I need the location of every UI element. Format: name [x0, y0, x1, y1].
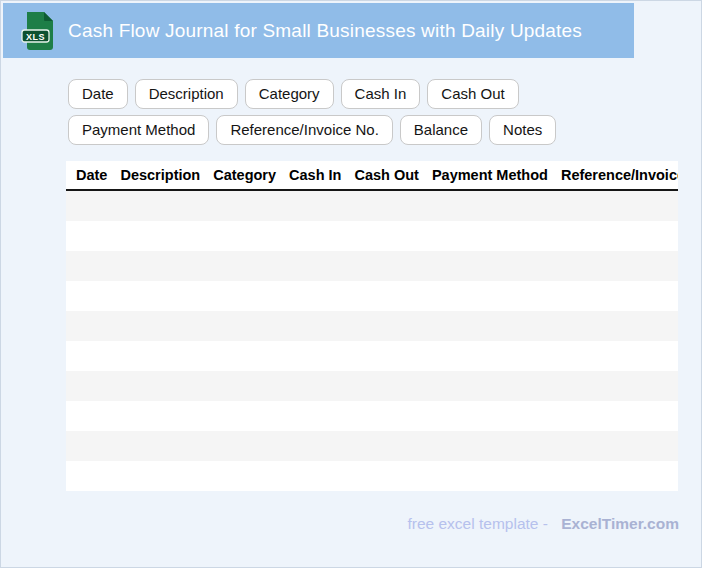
- table-row: [66, 191, 678, 221]
- table-row: [66, 251, 678, 281]
- table-row: [66, 431, 678, 461]
- column-header-cash-out: Cash Out: [354, 167, 418, 183]
- table-row: [66, 341, 678, 371]
- page: XLS Cash Flow Journal for Small Business…: [0, 0, 702, 568]
- chip-description[interactable]: Description: [135, 79, 238, 109]
- table-row: [66, 311, 678, 341]
- table-row: [66, 221, 678, 251]
- chip-cash-in[interactable]: Cash In: [341, 79, 421, 109]
- footer-text: free excel template -: [407, 515, 547, 532]
- xls-file-icon: XLS: [21, 11, 55, 51]
- footer-brand-link[interactable]: ExcelTimer.com: [561, 515, 679, 532]
- chip-payment-method[interactable]: Payment Method: [68, 115, 209, 145]
- table-row: [66, 371, 678, 401]
- footer: free excel template - ExcelTimer.com: [407, 515, 679, 533]
- chip-category[interactable]: Category: [245, 79, 334, 109]
- svg-text:XLS: XLS: [26, 31, 45, 41]
- column-header-category: Category: [213, 167, 276, 183]
- column-header-payment-method: Payment Method: [432, 167, 548, 183]
- chip-cash-out[interactable]: Cash Out: [427, 79, 518, 109]
- chip-notes[interactable]: Notes: [489, 115, 556, 145]
- title-banner: XLS Cash Flow Journal for Small Business…: [3, 3, 634, 58]
- table-header-row: DateDescriptionCategoryCash InCash OutPa…: [66, 161, 678, 191]
- column-header-date: Date: [76, 167, 107, 183]
- chip-reference-invoice-no[interactable]: Reference/Invoice No.: [216, 115, 392, 145]
- chip-balance[interactable]: Balance: [400, 115, 482, 145]
- page-title: Cash Flow Journal for Small Businesses w…: [68, 20, 582, 42]
- column-header-cash-in: Cash In: [289, 167, 341, 183]
- column-chips: DateDescriptionCategoryCash InCash OutPa…: [68, 79, 628, 145]
- table-row: [66, 401, 678, 431]
- table-row: [66, 461, 678, 491]
- chip-date[interactable]: Date: [68, 79, 128, 109]
- table-body: [66, 191, 678, 491]
- journal-table: DateDescriptionCategoryCash InCash OutPa…: [66, 161, 678, 491]
- table-row: [66, 281, 678, 311]
- column-header-reference-invoice: Reference/Invoice: [561, 167, 678, 183]
- column-header-description: Description: [120, 167, 200, 183]
